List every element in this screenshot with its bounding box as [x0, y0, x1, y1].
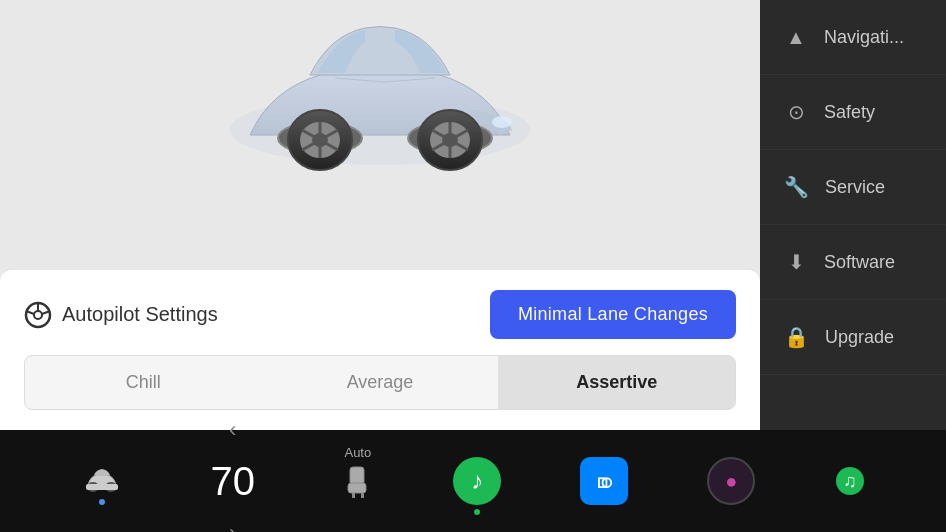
seat-heat-icon	[342, 463, 374, 499]
upgrade-icon: 🔒	[784, 325, 809, 349]
sidebar-label-navigation: Navigati...	[824, 27, 904, 48]
spotify-dot	[474, 509, 480, 515]
taskbar-bluetooth[interactable]: ⎄	[580, 457, 628, 505]
car-image	[190, 0, 570, 184]
sidebar-label-software: Software	[824, 252, 895, 273]
taskbar-speed: ‹ 70 ›	[203, 417, 263, 533]
speed-increase-arrow[interactable]: ›	[229, 520, 236, 533]
sidebar-label-safety: Safety	[824, 102, 875, 123]
speed-value: 70	[203, 459, 263, 504]
autopilot-title: Autopilot Settings	[24, 301, 218, 329]
svg-rect-31	[361, 493, 364, 498]
svg-point-17	[492, 116, 512, 128]
average-mode-button[interactable]: Average	[262, 356, 499, 409]
more-icon: ♫	[834, 465, 866, 497]
settings-header: Autopilot Settings Minimal Lane Changes	[24, 290, 736, 339]
sidebar-item-software[interactable]: ⬇ Software	[760, 225, 946, 300]
sidebar-label-service: Service	[825, 177, 885, 198]
sidebar-label-upgrade: Upgrade	[825, 327, 894, 348]
service-icon: 🔧	[784, 175, 809, 199]
taskbar-more[interactable]: ♫	[834, 465, 866, 497]
settings-panel: Autopilot Settings Minimal Lane Changes …	[0, 270, 760, 430]
taskbar: ‹ 70 › Auto ♪ ⎄ ●	[0, 430, 946, 532]
bluetooth-icon: ⎄	[580, 457, 628, 505]
svg-rect-27	[86, 484, 118, 490]
car-icon	[80, 465, 124, 497]
taskbar-spotify[interactable]: ♪	[453, 457, 501, 505]
autopilot-title-text: Autopilot Settings	[62, 303, 218, 326]
auto-label: Auto	[344, 445, 371, 460]
sidebar-item-upgrade[interactable]: 🔒 Upgrade	[760, 300, 946, 375]
spotify-logo: ♪	[471, 467, 483, 495]
svg-text:♫: ♫	[844, 471, 858, 491]
taskbar-car[interactable]	[80, 465, 124, 497]
spotify-icon: ♪	[453, 457, 501, 505]
svg-point-21	[34, 311, 42, 319]
speed-decrease-arrow[interactable]: ‹	[229, 417, 236, 443]
car-active-dot	[99, 499, 105, 505]
camera-symbol: ●	[725, 470, 737, 493]
sidebar-item-navigation[interactable]: ▲ Navigati...	[760, 0, 946, 75]
minimal-lane-changes-button[interactable]: Minimal Lane Changes	[490, 290, 736, 339]
safety-icon: ⊙	[784, 100, 808, 124]
chill-mode-button[interactable]: Chill	[25, 356, 262, 409]
navigation-icon: ▲	[784, 26, 808, 49]
steering-wheel-icon	[24, 301, 52, 329]
mode-selector: Chill Average Assertive	[24, 355, 736, 410]
svg-rect-29	[348, 483, 366, 493]
bluetooth-symbol: ⎄	[598, 468, 611, 494]
taskbar-camera[interactable]: ●	[707, 457, 755, 505]
taskbar-seat[interactable]: Auto	[342, 463, 374, 499]
sidebar-item-safety[interactable]: ⊙ Safety	[760, 75, 946, 150]
sidebar: ▲ Navigati... ⊙ Safety 🔧 Service ⬇ Softw…	[760, 0, 946, 430]
svg-rect-30	[352, 493, 355, 498]
assertive-mode-button[interactable]: Assertive	[498, 356, 735, 409]
main-content-area: Autopilot Settings Minimal Lane Changes …	[0, 0, 760, 430]
software-icon: ⬇	[784, 250, 808, 274]
svg-rect-28	[350, 467, 364, 485]
camera-icon: ●	[707, 457, 755, 505]
car-svg	[190, 0, 570, 180]
sidebar-item-service[interactable]: 🔧 Service	[760, 150, 946, 225]
